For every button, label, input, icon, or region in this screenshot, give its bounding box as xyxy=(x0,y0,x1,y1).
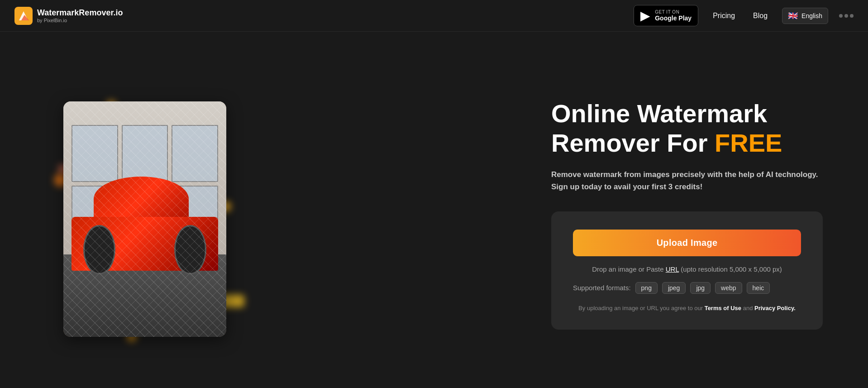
privacy-policy-link[interactable]: Privacy Policy. xyxy=(754,305,796,311)
logo-icon xyxy=(14,7,33,25)
pricing-link[interactable]: Pricing xyxy=(709,10,739,22)
url-link[interactable]: URL xyxy=(666,265,679,273)
drop-text-before: Drop an image or Paste xyxy=(592,265,666,273)
language-selector[interactable]: 🇬🇧 English xyxy=(782,8,828,24)
car-image-wrapper xyxy=(63,101,226,337)
drop-text-after: (upto resolution 5,000 x 5,000 px) xyxy=(679,265,782,273)
hero-title-free: FREE xyxy=(715,129,782,157)
hero-title-line2-prefix: Remover For xyxy=(551,129,715,157)
format-badge-jpeg: jpeg xyxy=(662,282,686,294)
google-play-icon: ▶ xyxy=(640,8,650,23)
watermark-overlay xyxy=(63,101,226,337)
hero-section: Online Watermark Remover For FREE Remove… xyxy=(0,32,868,388)
navbar-right: ▶ GET IT ON Google Play Pricing Blog 🇬🇧 … xyxy=(634,5,854,26)
navbar-left: WatermarkRemover.io by PixelBin.io xyxy=(14,7,123,25)
logo-text-block: WatermarkRemover.io by PixelBin.io xyxy=(37,8,123,24)
format-badge-jpg: jpg xyxy=(690,282,711,294)
car-canvas xyxy=(63,101,226,337)
terms-text: By uploading an image or URL you agree t… xyxy=(573,305,801,311)
hero-content: Online Watermark Remover For FREE Remove… xyxy=(515,99,832,329)
flag-icon: 🇬🇧 xyxy=(788,11,798,21)
dot-3 xyxy=(850,14,854,18)
google-play-name-label: Google Play xyxy=(655,14,692,22)
drop-text: Drop an image or Paste URL (upto resolut… xyxy=(573,265,801,273)
terms-before: By uploading an image or URL you agree t… xyxy=(578,305,704,311)
upload-image-button[interactable]: Upload Image xyxy=(573,230,801,256)
terms-middle: and xyxy=(741,305,754,311)
format-badge-webp: webp xyxy=(715,282,742,294)
hero-title-line1: Online Watermark xyxy=(551,99,767,128)
hero-image-container xyxy=(36,83,253,346)
hero-title: Online Watermark Remover For FREE xyxy=(551,99,832,158)
dot-menu[interactable] xyxy=(839,14,854,18)
dot-1 xyxy=(839,14,843,18)
google-play-get-label: GET IT ON xyxy=(655,10,692,14)
blog-link[interactable]: Blog xyxy=(749,10,771,22)
google-play-button[interactable]: ▶ GET IT ON Google Play xyxy=(634,5,698,26)
dot-2 xyxy=(844,14,848,18)
logo-subtitle: by PixelBin.io xyxy=(37,18,123,23)
logo-title: WatermarkRemover.io xyxy=(37,8,123,18)
formats-label: Supported formats: xyxy=(573,284,631,292)
hero-subtitle: Remove watermark from images precisely w… xyxy=(551,168,832,193)
formats-row: Supported formats: png jpeg jpg webp hei… xyxy=(573,282,801,294)
google-play-text: GET IT ON Google Play xyxy=(655,10,692,22)
upload-card: Upload Image Drop an image or Paste URL … xyxy=(551,211,823,330)
terms-of-use-link[interactable]: Terms of Use xyxy=(705,305,741,311)
format-badge-png: png xyxy=(635,282,658,294)
navbar: WatermarkRemover.io by PixelBin.io ▶ GET… xyxy=(0,0,868,32)
format-badge-heic: heic xyxy=(747,282,770,294)
language-label: English xyxy=(801,12,822,19)
